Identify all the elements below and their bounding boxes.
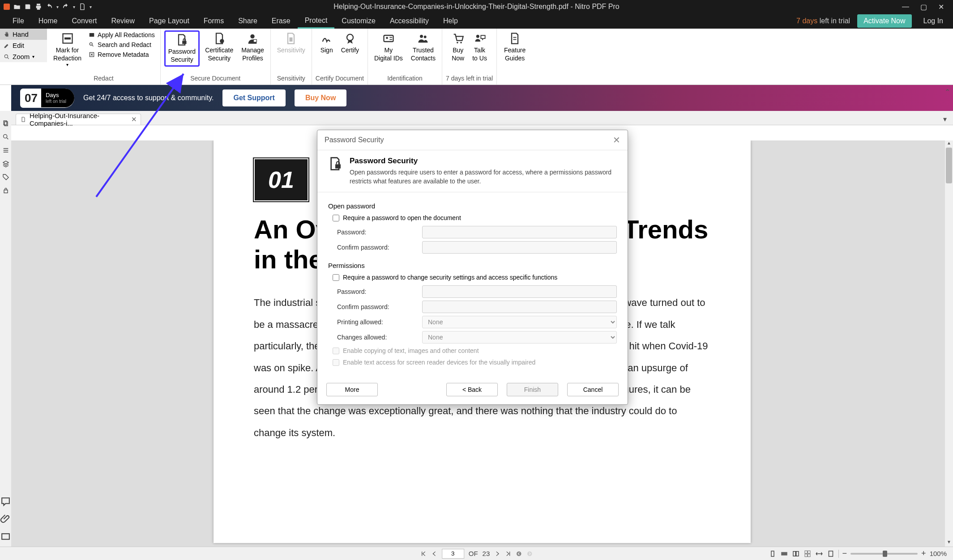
- close-button[interactable]: ✕: [938, 3, 944, 11]
- menu-review[interactable]: Review: [104, 14, 142, 28]
- printing-allowed-field: Printing allowed: None: [337, 316, 617, 328]
- minimize-button[interactable]: —: [902, 3, 909, 11]
- menu-share[interactable]: Share: [231, 14, 265, 28]
- trusted-contacts-button[interactable]: Trusted Contacts: [408, 30, 438, 64]
- cancel-button[interactable]: Cancel: [567, 383, 619, 396]
- menu-protect[interactable]: Protect: [298, 14, 335, 29]
- tags-panel-icon[interactable]: [2, 174, 9, 181]
- password-security-button[interactable]: Password Security: [164, 30, 200, 67]
- scrollbar-thumb[interactable]: [946, 148, 952, 183]
- close-tab-icon[interactable]: ✕: [131, 115, 137, 123]
- view-single-icon[interactable]: [769, 550, 777, 558]
- hand-tool[interactable]: Hand: [0, 29, 47, 40]
- svg-point-7: [220, 39, 224, 43]
- fit-width-icon[interactable]: [815, 550, 823, 558]
- bookmarks-panel-icon[interactable]: [2, 147, 9, 154]
- scroll-down-icon[interactable]: ▼: [945, 539, 953, 547]
- prev-page-icon[interactable]: [431, 551, 437, 557]
- last-page-icon[interactable]: [505, 551, 511, 557]
- open-password-input[interactable]: [422, 226, 617, 238]
- save-icon[interactable]: [24, 3, 31, 10]
- printing-allowed-select[interactable]: None: [422, 316, 617, 328]
- sign-button[interactable]: Sign: [318, 30, 336, 56]
- fit-page-icon[interactable]: [827, 550, 835, 558]
- login-link[interactable]: Log In: [919, 17, 948, 25]
- page-number-input[interactable]: [442, 549, 464, 559]
- nav-forward-icon[interactable]: [526, 551, 533, 557]
- zoom-percent[interactable]: 100%: [930, 550, 947, 557]
- talk-to-us-button[interactable]: Talk to Us: [470, 30, 490, 64]
- zoom-in-icon[interactable]: +: [921, 549, 926, 558]
- title-bar-quick-access: ▾ ▾ ▾: [0, 3, 92, 10]
- certificate-security-button[interactable]: Certificate Security: [202, 30, 236, 64]
- menu-accessibility[interactable]: Accessibility: [383, 14, 436, 28]
- get-support-button[interactable]: Get Support: [222, 89, 285, 106]
- feature-guides-button[interactable]: Feature Guides: [501, 30, 528, 64]
- page-dropdown-icon[interactable]: ▾: [90, 4, 92, 9]
- menu-forms[interactable]: Forms: [197, 14, 231, 28]
- attachments-panel-icon[interactable]: [0, 513, 11, 525]
- document-tab[interactable]: Helping-Out-Insurance-Companies-i... ✕: [16, 114, 141, 125]
- apply-all-redactions[interactable]: Apply All Redactions: [87, 30, 157, 39]
- security-panel-icon[interactable]: [2, 187, 9, 194]
- buy-now-button[interactable]: Buy Now: [449, 30, 467, 64]
- search-panel-icon[interactable]: [2, 133, 9, 140]
- sensitivity-button[interactable]: Sensitivity: [274, 30, 308, 56]
- collapse-ribbon-icon[interactable]: ⌃: [944, 88, 950, 96]
- dialog-close-icon[interactable]: ✕: [613, 135, 620, 145]
- zoom-out-icon[interactable]: −: [842, 549, 847, 558]
- permissions-checkbox-row[interactable]: Require a password to change security se…: [333, 274, 617, 281]
- page-icon[interactable]: [79, 3, 86, 10]
- tab-menu-dropdown-icon[interactable]: ▾: [943, 115, 947, 123]
- menu-home[interactable]: Home: [31, 14, 65, 28]
- output-panel-icon[interactable]: [0, 531, 11, 542]
- certify-button[interactable]: Certify: [338, 30, 362, 56]
- buy-now-promo-button[interactable]: Buy Now: [295, 89, 346, 106]
- permissions-checkbox[interactable]: [333, 274, 339, 281]
- menu-customize[interactable]: Customize: [334, 14, 383, 28]
- edit-tool[interactable]: Edit: [0, 40, 47, 51]
- zoom-tool[interactable]: Zoom ▾: [0, 51, 47, 62]
- menu-page-layout[interactable]: Page Layout: [142, 14, 197, 28]
- open-confirm-input[interactable]: [422, 241, 617, 254]
- nav-back-icon[interactable]: [516, 551, 522, 557]
- finish-button[interactable]: Finish: [507, 383, 558, 396]
- search-and-redact[interactable]: Search and Redact: [87, 40, 157, 49]
- changes-allowed-select[interactable]: None: [422, 331, 617, 344]
- view-continuous-icon[interactable]: [780, 550, 788, 558]
- open-password-checkbox-row[interactable]: Require a password to open the document: [333, 214, 617, 221]
- view-facing-icon[interactable]: [792, 550, 800, 558]
- back-button[interactable]: < Back: [446, 383, 498, 396]
- activate-now-button[interactable]: Activate Now: [857, 14, 911, 28]
- zoom-slider-thumb[interactable]: [883, 551, 887, 557]
- undo-icon[interactable]: [46, 3, 53, 10]
- undo-dropdown-icon[interactable]: ▾: [56, 4, 59, 9]
- document-tab-label: Helping-Out-Insurance-Companies-i...: [30, 112, 127, 127]
- pages-panel-icon[interactable]: [2, 120, 9, 127]
- my-digital-ids-button[interactable]: My Digital IDs: [372, 30, 406, 64]
- view-facing-continuous-icon[interactable]: [803, 550, 812, 558]
- menu-help[interactable]: Help: [436, 14, 465, 28]
- mark-for-redaction-button[interactable]: Mark for Redaction▾: [51, 30, 84, 70]
- menu-erase[interactable]: Erase: [265, 14, 298, 28]
- open-folder-icon[interactable]: [13, 3, 21, 10]
- open-password-checkbox[interactable]: [333, 215, 339, 221]
- redo-icon[interactable]: [62, 3, 69, 10]
- redo-dropdown-icon[interactable]: ▾: [73, 4, 75, 9]
- remove-metadata[interactable]: Remove Metadata: [87, 50, 157, 59]
- more-button[interactable]: More: [326, 383, 378, 396]
- manage-profiles-button[interactable]: Manage Profiles: [239, 30, 267, 64]
- menu-convert[interactable]: Convert: [64, 14, 104, 28]
- vertical-scrollbar[interactable]: ▲ ▼: [945, 140, 953, 547]
- zoom-slider[interactable]: [850, 553, 918, 555]
- layers-panel-icon[interactable]: [2, 160, 9, 167]
- first-page-icon[interactable]: [420, 551, 427, 557]
- next-page-icon[interactable]: [494, 551, 500, 557]
- perm-confirm-input[interactable]: [422, 301, 617, 313]
- comments-panel-icon[interactable]: [0, 496, 11, 507]
- scroll-up-icon[interactable]: ▲: [945, 140, 953, 148]
- menu-file[interactable]: File: [5, 14, 31, 28]
- perm-password-input[interactable]: [422, 285, 617, 298]
- print-icon[interactable]: [35, 3, 42, 10]
- maximize-button[interactable]: ▢: [920, 3, 927, 11]
